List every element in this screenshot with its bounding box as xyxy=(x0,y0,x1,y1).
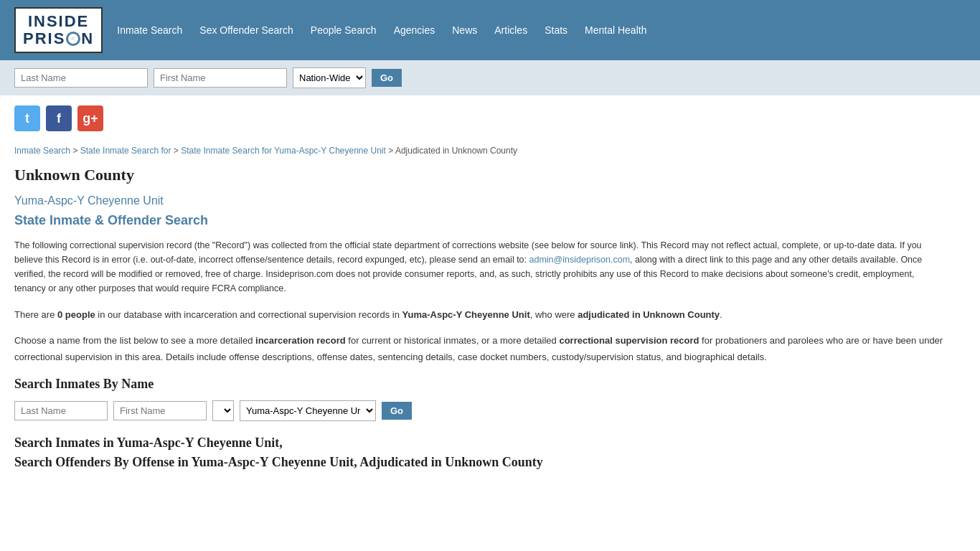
nav-stats[interactable]: Stats xyxy=(545,24,567,36)
search-in-facility-title: Search Inmates in Yuma-Aspc-Y Cheyenne U… xyxy=(14,435,947,451)
search-go-button[interactable]: Go xyxy=(382,402,412,420)
breadcrumb-current: Adjudicated in Unknown County xyxy=(395,146,517,156)
nav-sex-offender-search[interactable]: Sex Offender Search xyxy=(199,24,293,36)
facebook-icon: f xyxy=(57,111,61,126)
gplus-share-button[interactable]: g+ xyxy=(77,105,103,131)
nav-agencies[interactable]: Agencies xyxy=(394,24,435,36)
main-nav: Inmate Search Sex Offender Search People… xyxy=(117,24,646,36)
breadcrumb-facility-search[interactable]: State Inmate Search for Yuma-Aspc-Y Chey… xyxy=(181,146,386,156)
breadcrumb-sep3: > xyxy=(388,146,395,156)
main-content: Inmate Search > State Inmate Search for … xyxy=(0,138,961,488)
search-inmates-bar: Yuma-Aspc-Y Cheyenne Ur Go xyxy=(14,400,947,421)
twitter-icon: t xyxy=(25,111,29,126)
offender-search-link[interactable]: State Inmate & Offender Search xyxy=(14,213,947,228)
count-number: 0 people xyxy=(57,309,95,320)
nav-inmate-search[interactable]: Inmate Search xyxy=(117,24,182,36)
description-text: Choose a name from the list below to see… xyxy=(14,333,947,364)
count-text: There are 0 people in our database with … xyxy=(14,307,947,323)
breadcrumb-state-search[interactable]: State Inmate Search for xyxy=(80,146,171,156)
facility-link[interactable]: Yuma-Aspc-Y Cheyenne Unit xyxy=(14,194,947,207)
twitter-share-button[interactable]: t xyxy=(14,105,40,131)
desc-incarceration: incarceration record xyxy=(255,335,346,346)
logo-inside-text: INSIDE xyxy=(23,13,94,30)
search-facility-select[interactable]: Yuma-Aspc-Y Cheyenne Ur xyxy=(240,400,376,421)
gplus-icon: g+ xyxy=(83,111,98,126)
breadcrumb-sep2: > xyxy=(174,146,181,156)
logo-o-icon: ○ xyxy=(66,32,80,46)
logo-prison-text: PRIS ○ N xyxy=(23,30,94,47)
count-facility: Yuma-Aspc-Y Cheyenne Unit xyxy=(402,309,530,320)
count-suffix-pre: , who were xyxy=(530,309,578,320)
facebook-share-button[interactable]: f xyxy=(46,105,72,131)
search-first-name-input[interactable] xyxy=(113,401,207,420)
top-search-bar: Nation-Wide Go xyxy=(0,60,980,95)
top-first-name-input[interactable] xyxy=(154,68,287,88)
search-offenders-title: Search Offenders By Offense in Yuma-Aspc… xyxy=(14,455,947,470)
count-middle: in our database with incarceration and c… xyxy=(95,309,402,320)
page-title: Unknown County xyxy=(14,166,947,184)
breadcrumb-sep1: > xyxy=(72,146,80,156)
search-state-select[interactable] xyxy=(212,400,234,421)
social-icons-container: t f g+ xyxy=(0,95,980,138)
site-header: INSIDE PRIS ○ N Inmate Search Sex Offend… xyxy=(0,0,980,60)
top-go-button[interactable]: Go xyxy=(372,69,402,87)
site-logo[interactable]: INSIDE PRIS ○ N xyxy=(14,7,103,53)
desc-correctional: correctional supervision record xyxy=(559,335,699,346)
search-last-name-input[interactable] xyxy=(14,401,108,420)
desc-part1: Choose a name from the list below to see… xyxy=(14,335,255,346)
disclaimer-email-link[interactable]: admin@insideprison.com xyxy=(529,255,631,265)
disclaimer-text: The following correctional supervision r… xyxy=(14,238,947,296)
top-location-select[interactable]: Nation-Wide xyxy=(293,67,366,88)
top-last-name-input[interactable] xyxy=(14,68,148,88)
nav-people-search[interactable]: People Search xyxy=(311,24,377,36)
nav-mental-health[interactable]: Mental Health xyxy=(585,24,646,36)
count-prefix: There are xyxy=(14,309,57,320)
nav-news[interactable]: News xyxy=(452,24,477,36)
breadcrumb-inmate-search[interactable]: Inmate Search xyxy=(14,146,70,156)
count-adjudicated: adjudicated in Unknown County xyxy=(578,309,720,320)
desc-mid1: for current or historical inmates, or a … xyxy=(346,335,560,346)
nav-articles[interactable]: Articles xyxy=(494,24,527,36)
breadcrumb: Inmate Search > State Inmate Search for … xyxy=(14,146,947,156)
search-by-name-title: Search Inmates By Name xyxy=(14,377,947,392)
count-suffix: . xyxy=(720,309,722,320)
